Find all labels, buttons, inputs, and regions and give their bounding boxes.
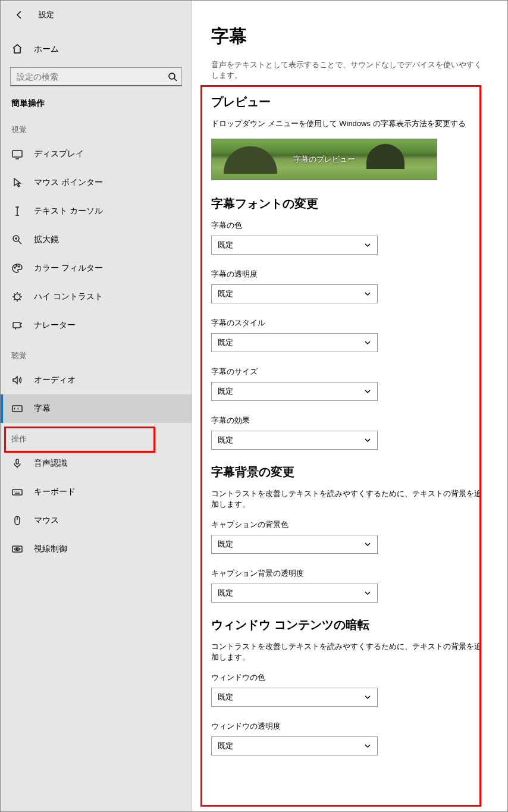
sidebar-group-vision: 視覚 [1,114,192,140]
sidebar-item-magnifier[interactable]: 拡大鏡 [1,225,192,254]
mouse-icon [11,515,23,526]
narrator-icon [11,319,23,331]
search-input[interactable] [10,67,182,86]
svg-rect-9 [16,459,18,464]
svg-rect-8 [12,406,22,412]
eye-icon [11,543,23,555]
sidebar-item-text-cursor[interactable]: テキスト カーソル [1,197,192,225]
sidebar-item-mouse[interactable]: マウス [1,506,192,535]
sidebar-item-display[interactable]: ディスプレイ [1,140,192,168]
svg-point-5 [18,266,20,267]
back-button[interactable] [10,5,29,24]
sidebar-item-high-contrast[interactable]: ハイ コントラスト [1,283,192,311]
search-icon [168,72,177,81]
contrast-icon [11,291,23,303]
caption-preview-text: 字幕のプレビュー [293,154,355,165]
audio-icon [11,374,23,386]
keyboard-icon [11,486,23,498]
sidebar-item-mouse-pointer[interactable]: マウス ポインター [1,168,192,197]
home-label: ホーム [34,44,59,55]
nav-label: 視線制御 [34,544,67,554]
sidebar: 設定 ホーム 簡単操作 視覚 ディスプレイ マウス ポインター テキスト カーソ… [1,1,192,811]
svg-rect-1 [12,151,22,157]
sidebar-item-keyboard[interactable]: キーボード [1,478,192,506]
svg-point-3 [14,267,15,268]
text-cursor-icon [11,205,23,217]
display-icon [11,148,23,160]
svg-point-0 [169,73,175,79]
palette-icon [11,262,23,274]
sidebar-item-speech[interactable]: 音声認識 [1,449,192,478]
svg-point-13 [17,548,18,550]
nav-label: マウス [34,515,59,526]
nav-label: 字幕 [34,403,51,414]
sidebar-item-eye-control[interactable]: 視線制御 [1,535,192,563]
nav-label: ナレーター [34,320,76,331]
nav-label: カラー フィルター [34,263,103,274]
svg-point-4 [16,265,17,267]
sidebar-item-audio[interactable]: オーディオ [1,366,192,394]
page-title: 字幕 [211,24,488,49]
annotation-highlight-content [200,85,481,807]
back-arrow-icon [15,10,24,20]
window-title: 設定 [39,10,54,20]
svg-rect-7 [13,322,20,328]
home-icon [11,43,23,57]
nav-label: ハイ コントラスト [34,291,103,302]
nav-label: テキスト カーソル [34,206,103,217]
annotation-highlight-sidebar [4,427,155,453]
sidebar-category: 簡単操作 [1,93,192,114]
sidebar-item-color-filter[interactable]: カラー フィルター [1,254,192,283]
svg-rect-10 [12,490,22,495]
sidebar-item-home[interactable]: ホーム [1,36,192,62]
mic-icon [11,457,23,469]
pointer-icon [11,177,23,189]
nav-label: キーボード [34,487,76,497]
nav-label: 拡大鏡 [34,234,59,245]
nav-label: 音声認識 [34,458,67,469]
sidebar-group-hearing: 聴覚 [1,340,192,366]
captions-icon [11,403,23,415]
page-subtitle: 音声をテキストとして表示することで、サウンドなしでデバイスを使いやすくします。 [211,59,488,81]
sidebar-item-captions[interactable]: 字幕 [1,394,192,423]
svg-point-6 [14,294,20,300]
nav-label: ディスプレイ [34,149,84,159]
sidebar-item-narrator[interactable]: ナレーター [1,311,192,340]
nav-label: オーディオ [34,375,76,385]
nav-label: マウス ポインター [34,177,103,188]
magnifier-icon [11,234,23,246]
